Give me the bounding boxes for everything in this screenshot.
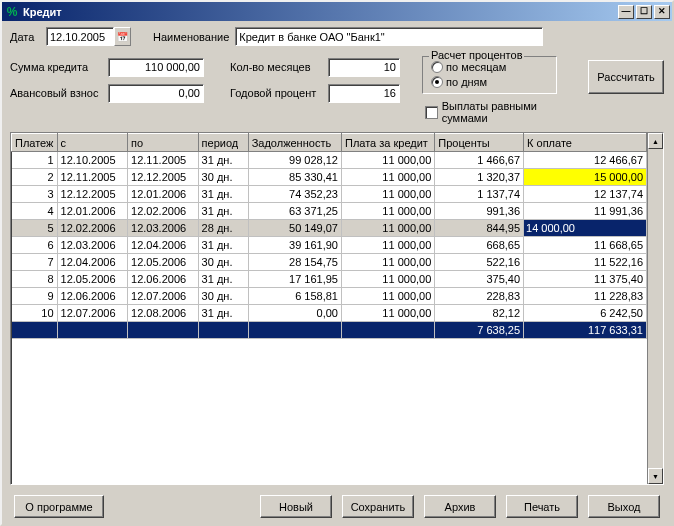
col-header[interactable]: по [128, 134, 199, 152]
calculate-button[interactable]: Рассчитать [588, 60, 664, 94]
months-field[interactable] [328, 58, 400, 77]
percent-field[interactable] [328, 84, 400, 103]
window-title: Кредит [23, 6, 618, 18]
credit-sum-field[interactable] [108, 58, 204, 77]
maximize-button[interactable]: ☐ [636, 5, 652, 19]
app-icon: % [4, 4, 20, 20]
save-button[interactable]: Сохранить [342, 495, 414, 518]
scroll-down-button[interactable]: ▼ [648, 468, 663, 484]
table-row[interactable]: 1012.07.200612.08.200631 дн.0,0011 000,0… [12, 305, 647, 322]
total-row: 7 638,25117 633,31 [12, 322, 647, 339]
months-label: Кол-во месяцев [230, 61, 322, 73]
print-button[interactable]: Печать [506, 495, 578, 518]
percent-label: Годовой процент [230, 87, 322, 99]
radio-by-days[interactable]: по дням [431, 74, 548, 89]
credit-sum-label: Сумма кредита [10, 61, 102, 73]
advance-label: Авансовый взнос [10, 87, 102, 99]
grid-scrollbar[interactable]: ▲ ▼ [647, 133, 663, 484]
table-row[interactable]: 912.06.200612.07.200630 дн.6 158,8111 00… [12, 288, 647, 305]
advance-field[interactable] [108, 84, 204, 103]
table-row[interactable]: 612.03.200612.04.200631 дн.39 161,9011 0… [12, 237, 647, 254]
titlebar: % Кредит — ☐ ✕ [2, 2, 672, 21]
radio-by-months[interactable]: по месяцам [431, 59, 548, 74]
date-field[interactable] [46, 27, 114, 46]
archive-button[interactable]: Архив [424, 495, 496, 518]
interest-calc-group: Расчет процентов по месяцам по дням [422, 56, 557, 94]
col-header[interactable]: с [57, 134, 128, 152]
table-row[interactable]: 212.11.200512.12.200530 дн.85 330,4111 0… [12, 169, 647, 186]
date-label: Дата [10, 31, 40, 43]
interest-calc-legend: Расчет процентов [429, 49, 524, 61]
table-row[interactable]: 712.04.200612.05.200630 дн.28 154,7511 0… [12, 254, 647, 271]
table-row[interactable]: 512.02.200612.03.200628 дн.50 149,0711 0… [12, 220, 647, 237]
date-picker-button[interactable]: 📅 [114, 27, 131, 46]
col-header[interactable]: Плата за кредит [341, 134, 434, 152]
exit-button[interactable]: Выход [588, 495, 660, 518]
name-field[interactable] [235, 27, 543, 46]
scroll-up-button[interactable]: ▲ [648, 133, 663, 149]
main-window: % Кредит — ☐ ✕ Дата 📅 Наименование Сумма… [0, 0, 674, 526]
equal-payments-checkbox[interactable]: Выплаты равными суммами [425, 100, 582, 124]
table-row[interactable]: 812.05.200612.06.200631 дн.17 161,9511 0… [12, 271, 647, 288]
col-header[interactable]: Проценты [435, 134, 524, 152]
minimize-button[interactable]: — [618, 5, 634, 19]
table-row[interactable]: 412.01.200612.02.200631 дн.63 371,2511 0… [12, 203, 647, 220]
col-header[interactable]: Задолженность [248, 134, 341, 152]
about-button[interactable]: О программе [14, 495, 104, 518]
col-header[interactable]: период [198, 134, 248, 152]
table-row[interactable]: 112.10.200512.11.200531 дн.99 028,1211 0… [12, 152, 647, 169]
close-button[interactable]: ✕ [654, 5, 670, 19]
new-button[interactable]: Новый [260, 495, 332, 518]
schedule-grid: ПлатежспопериодЗадолженностьПлата за кре… [10, 132, 664, 485]
col-header[interactable]: К оплате [524, 134, 647, 152]
col-header[interactable]: Платеж [12, 134, 58, 152]
grid-header: ПлатежспопериодЗадолженностьПлата за кре… [12, 134, 647, 152]
table-row[interactable]: 312.12.200512.01.200631 дн.74 352,2311 0… [12, 186, 647, 203]
name-label: Наименование [153, 31, 229, 43]
